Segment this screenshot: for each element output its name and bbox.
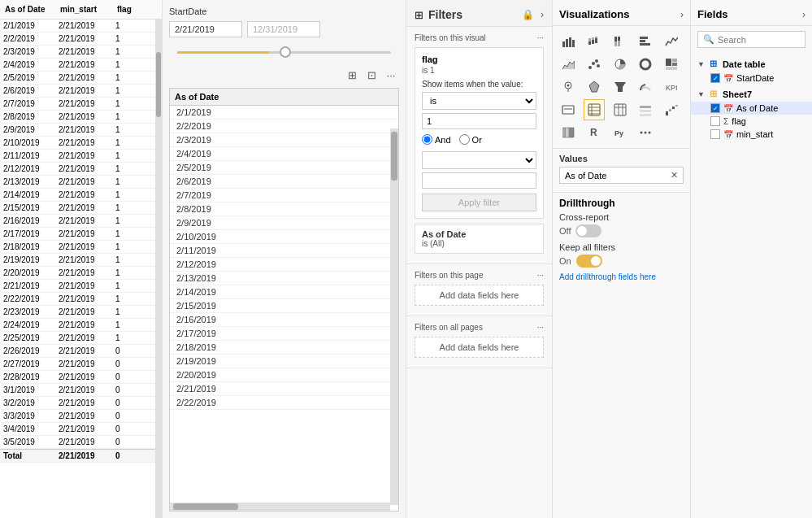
date-slider[interactable] (169, 44, 399, 60)
viz-icon-pie[interactable] (610, 54, 631, 75)
visual-row[interactable]: 2/9/2019 (170, 216, 398, 230)
viz-icon-matrix[interactable] (610, 99, 631, 120)
fields-expand-icon[interactable]: › (802, 9, 805, 20)
visual-row[interactable]: 2/8/2019 (170, 202, 398, 216)
viz-icon-waterfall[interactable] (661, 99, 682, 120)
radio-or[interactable] (459, 134, 470, 145)
visual-row[interactable]: 2/21/2019 (170, 382, 398, 396)
slider-thumb[interactable] (280, 46, 291, 58)
more-icon[interactable]: ··· (383, 67, 399, 83)
add-drillthrough-btn[interactable]: Add drillthrough fields here (559, 272, 684, 281)
viz-icon-line[interactable] (661, 31, 682, 52)
visual-row[interactable]: 2/17/2019 (170, 327, 398, 341)
focus-icon[interactable]: ⊡ (363, 67, 380, 83)
visual-row[interactable]: 2/11/2019 (170, 244, 398, 258)
viz-icon-slicer[interactable] (635, 99, 656, 120)
viz-expand-icon[interactable]: › (680, 9, 684, 20)
table-scroll[interactable]: 2/1/2019 2/21/2019 1 2/2/2019 2/21/2019 … (0, 20, 155, 518)
flag-filter-detail[interactable]: flag is 1 Show items when the value: is … (415, 47, 544, 219)
add-fields-all-btn[interactable]: Add data fields here (415, 337, 544, 358)
table-scrollbar[interactable] (155, 20, 162, 518)
visual-scroll-y[interactable] (390, 128, 398, 505)
values-remove-icon[interactable]: ✕ (671, 170, 678, 181)
viz-icon-py-visual[interactable]: Py (610, 122, 631, 143)
viz-icon-stacked-bar[interactable] (584, 31, 605, 52)
tree-item-startdate[interactable]: ✓ 📅 StartDate (691, 72, 812, 85)
viz-icon-card[interactable] (558, 99, 579, 120)
filter-value2-input[interactable] (422, 172, 536, 189)
viz-icon-bar[interactable] (558, 31, 579, 52)
visual-row[interactable]: 2/20/2019 (170, 368, 398, 382)
min-start-checkbox[interactable] (710, 129, 720, 139)
visual-row[interactable]: 2/12/2019 (170, 258, 398, 272)
add-fields-page-btn[interactable]: Add data fields here (415, 285, 544, 306)
filter-toolbar-icon[interactable]: ⊞ (344, 67, 360, 83)
fields-search-input[interactable] (718, 35, 812, 45)
viz-icon-gauge[interactable] (635, 76, 656, 98)
viz-icon-kpi[interactable]: KPI (661, 76, 682, 98)
viz-icon-area[interactable] (558, 54, 579, 75)
viz-icon-r-visual[interactable]: R (584, 122, 605, 143)
viz-icon-treemap[interactable] (661, 54, 682, 75)
visual-scroll-x[interactable] (170, 503, 390, 511)
start-date-input[interactable] (169, 21, 242, 37)
tree-group-sheet7-header[interactable]: ▼ ⊞ Sheet7 (691, 86, 812, 102)
filters-all-more[interactable]: ··· (537, 323, 544, 332)
visual-row[interactable]: 2/19/2019 (170, 355, 398, 368)
radio-and-label[interactable]: And (422, 134, 451, 145)
viz-icon-scatter[interactable] (584, 54, 605, 75)
values-dropdown[interactable]: As of Date ✕ (559, 167, 684, 184)
visual-scroll-thumb-x[interactable] (173, 503, 238, 510)
viz-icon-hbar[interactable] (635, 31, 656, 52)
filters-lock-icon[interactable]: 🔒 (522, 9, 534, 20)
tree-item-flag[interactable]: Σ flag (691, 115, 812, 128)
visual-row[interactable]: 2/4/2019 (170, 147, 398, 161)
filters-page-more[interactable]: ··· (537, 271, 544, 280)
keep-filters-toggle[interactable] (576, 255, 602, 268)
visual-table-body[interactable]: 2/1/20192/2/20192/3/20192/4/20192/5/2019… (170, 106, 398, 415)
tree-item-min-start[interactable]: 📅 min_start (691, 128, 812, 141)
as-of-date-checkbox[interactable]: ✓ (710, 103, 720, 113)
viz-icon-filled-map[interactable] (584, 76, 605, 98)
fields-search-box[interactable]: 🔍 (697, 31, 805, 48)
viz-icon-table[interactable] (584, 99, 605, 120)
viz-icon-donut[interactable] (635, 54, 656, 75)
viz-icon-more1[interactable] (635, 122, 656, 143)
visual-row[interactable]: 2/13/2019 (170, 272, 398, 285)
visual-row[interactable]: 2/16/2019 (170, 313, 398, 327)
row-min: 2/21/2019 (55, 410, 112, 422)
filters-visual-more[interactable]: ··· (537, 33, 544, 42)
visual-scroll-thumb-y[interactable] (391, 132, 397, 181)
filter-value-input[interactable] (422, 113, 536, 129)
apply-filter-button[interactable]: Apply filter (422, 194, 536, 211)
table-scroll-thumb[interactable] (156, 52, 161, 117)
visual-row[interactable]: 2/6/2019 (170, 175, 398, 189)
radio-and[interactable] (422, 134, 432, 145)
visual-row[interactable]: 2/22/2019 (170, 396, 398, 410)
startdate-checkbox[interactable]: ✓ (710, 73, 720, 83)
tree-item-as-of-date[interactable]: ✓ 📅 As of Date (691, 102, 812, 115)
visual-row[interactable]: 2/10/2019 (170, 230, 398, 244)
visual-row[interactable]: 2/18/2019 (170, 341, 398, 355)
viz-icon-100-bar[interactable] (610, 31, 631, 52)
visual-row[interactable]: 2/7/2019 (170, 189, 398, 202)
viz-icon-funnel[interactable] (610, 76, 631, 98)
filter-condition2-select[interactable] (422, 151, 536, 169)
end-date-input[interactable] (247, 21, 320, 37)
visual-row[interactable]: 2/14/2019 (170, 285, 398, 299)
visual-row[interactable]: 2/1/2019 (170, 106, 398, 120)
tree-group-date-table-header[interactable]: ▼ ⊞ Date table (691, 56, 812, 72)
filters-expand-icon[interactable]: › (541, 9, 544, 20)
visual-row[interactable]: 2/3/2019 (170, 133, 398, 147)
visual-row[interactable]: 2/5/2019 (170, 161, 398, 175)
cross-report-toggle[interactable] (575, 224, 601, 237)
viz-icon-ribbon[interactable] (558, 122, 579, 143)
visual-row[interactable]: 2/2/2019 (170, 120, 398, 133)
filters-title: Filters (428, 8, 522, 21)
filter-condition-select[interactable]: is is not is less than is greater than (422, 92, 536, 110)
viz-icon-map[interactable] (558, 76, 579, 98)
as-of-date-filter-item[interactable]: As of Date is (All) (415, 224, 544, 254)
flag-checkbox[interactable] (710, 116, 720, 126)
radio-or-label[interactable]: Or (459, 134, 482, 145)
visual-row[interactable]: 2/15/2019 (170, 299, 398, 313)
